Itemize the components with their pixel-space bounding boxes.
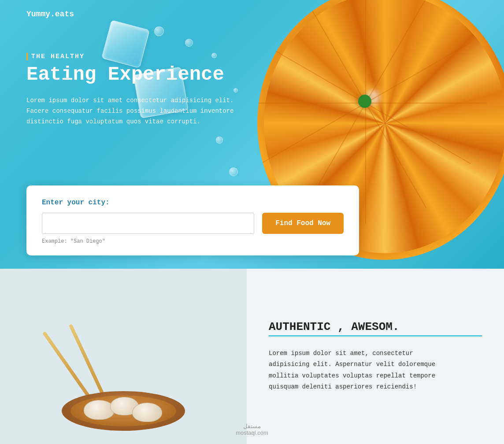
city-search-input[interactable]	[42, 213, 254, 234]
hero-content: THE HEALTHY Eating Experience Lorem ipsu…	[26, 53, 256, 127]
water-droplet	[229, 167, 238, 176]
dumpling	[84, 400, 115, 420]
watermark: مستقل mostaql.com	[236, 423, 268, 436]
section-description: Lorem ipsum dolor sit amet, consectetur …	[269, 348, 454, 392]
plate-inner	[70, 396, 176, 426]
hero-description: Lorem ipsum dolor sit amet consectetur a…	[26, 96, 256, 127]
chopstick	[42, 331, 96, 405]
plate	[62, 391, 185, 431]
lower-content-row: AUTHENTIC , AWESOM. Lorem ipsum dolor si…	[0, 269, 504, 444]
lower-text-content: AUTHENTIC , AWESOM. Lorem ipsum dolor si…	[247, 269, 504, 444]
find-food-button[interactable]: Find Food Now	[262, 213, 344, 234]
water-droplet	[185, 39, 193, 47]
search-hint: Example: "San Diego"	[42, 238, 344, 244]
hero-subtitle: THE HEALTHY	[26, 53, 256, 60]
watermark-line2: mostaql.com	[236, 429, 268, 436]
plate-container	[57, 299, 189, 431]
search-box: Enter your city: Find Food Now Example: …	[26, 185, 359, 255]
water-droplet	[216, 137, 223, 144]
orange-center-leaf	[358, 95, 371, 108]
watermark-line1: مستقل	[236, 423, 268, 429]
search-row: Find Food Now	[42, 213, 344, 234]
hero-section: Yummy.eats THE HEALTHY Eating Experience…	[0, 0, 504, 269]
dumpling	[132, 403, 162, 422]
search-label: Enter your city:	[42, 199, 344, 207]
lower-section: AUTHENTIC , AWESOM. Lorem ipsum dolor si…	[0, 269, 504, 444]
hero-title: Eating Experience	[26, 64, 256, 85]
section-title: AUTHENTIC , AWESOM.	[269, 320, 482, 337]
water-droplet	[154, 26, 164, 36]
dumplings-image	[0, 269, 247, 444]
site-logo: Yummy.eats	[26, 10, 74, 18]
